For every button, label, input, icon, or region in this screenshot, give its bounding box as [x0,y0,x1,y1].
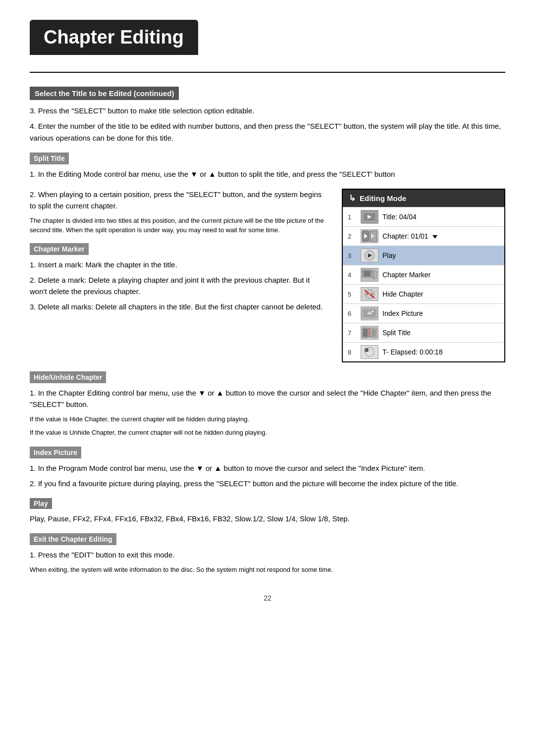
row-num-6: 6 [348,310,357,317]
split-title-icon [361,326,378,340]
editing-row-2: 2 Chapter: 01/01 [343,226,504,246]
two-col-layout: 2. When playing to a certain position, p… [30,189,505,362]
svg-rect-21 [363,329,368,337]
hide-chapter-icon [361,287,378,301]
editing-row-7: 7 Split Title [343,323,504,342]
row-num-7: 7 [348,329,357,337]
row-label-2: Chapter: 01/01 [382,232,437,240]
row-label-8: T- Elapsed: 0:00:18 [382,348,442,356]
svg-rect-10 [364,271,371,276]
chapter-marker-item1: 1. Insert a mark: Mark the chapter in th… [30,259,327,270]
index-picture-para1: 1. In the Program Mode control bar menu,… [30,462,505,474]
row-label-4: Chapter Marker [382,271,430,279]
index-picture-icon [361,306,378,320]
editing-mode-panel: ↳ Editing Mode 1 Title: 04/04 [342,189,505,362]
split-title-para2: 2. When playing to a certain position, p… [30,189,327,212]
play-para1: Play, Pause, FFx2, FFx4, FFx16, FBx32, F… [30,513,505,524]
split-title-para2-small: The chapter is divided into two titles a… [30,216,327,235]
chapter-marker-heading: Chapter Marker [30,243,89,255]
select-title-section: Select the Title to be Edited (continued… [30,87,505,144]
editing-row-3: 3 Play [343,246,504,265]
row-num-8: 8 [348,349,357,356]
split-title-heading: Split Title [30,152,69,164]
row-label-6: Index Picture [382,309,423,317]
play-heading: Play [30,498,52,509]
select-title-para2: 4. Enter the number of the title to be e… [30,120,505,144]
exit-heading: Exit the Chapter Editing [30,533,116,545]
hide-unhide-heading: Hide/Unhide Chapter [30,371,106,383]
play-section: Play Play, Pause, FFx2, FFx4, FFx16, FBx… [30,498,505,524]
row-label-5: Hide Chapter [382,290,424,298]
chapter-icon [361,229,378,243]
elapsed-icon: T [361,345,378,359]
svg-rect-11 [373,271,376,279]
index-picture-heading: Index Picture [30,447,81,458]
row-num-5: 5 [348,291,357,298]
editing-row-8: 8 T T- Elapsed: 0:00:18 [343,342,504,361]
row-num-1: 1 [348,213,357,221]
title-icon [361,210,378,224]
page-title: Chapter Editing [30,20,198,55]
triangle-down-icon [432,235,437,239]
editing-mode-header: ↳ Editing Mode [343,190,504,207]
row-num-3: 3 [348,252,357,259]
editing-row-1: 1 Title: 04/04 [343,207,504,226]
row-num-2: 2 [348,233,357,240]
editing-row-6: 6 Index Picture [343,303,504,323]
left-column: 2. When playing to a certain position, p… [30,189,327,322]
right-column: ↳ Editing Mode 1 Title: 04/04 [342,189,505,362]
editing-row-4: 4 Chapter Marker [343,265,504,284]
page-number: 22 [30,594,505,602]
hide-unhide-para1: 1. In the Chapter Editing control bar me… [30,387,505,410]
index-picture-para2: 2. If you find a favourite picture durin… [30,478,505,489]
arrow-right-icon: ↳ [349,193,356,203]
chapter-marker-icon [361,268,378,282]
split-title-para1: 1. In the Editing Mode control bar menu,… [30,168,505,180]
chapter-marker-item3: 3. Delete all marks: Delete all chapters… [30,301,327,312]
hide-unhide-small2: If the value is Unhide Chapter, the curr… [30,428,505,438]
editing-mode-title: Editing Mode [360,194,406,202]
index-picture-section: Index Picture 1. In the Program Mode con… [30,447,505,490]
svg-rect-23 [372,329,376,337]
exit-para1: 1. Press the "EDIT" button to exit this … [30,549,505,560]
chapter-marker-section: Chapter Marker 1. Insert a mark: Mark th… [30,243,327,313]
exit-section: Exit the Chapter Editing 1. Press the "E… [30,533,505,574]
play-icon [361,249,378,262]
row-label-7: Split Title [382,329,411,337]
page: Chapter Editing Select the Title to be E… [0,0,535,756]
row-label-1: Title: 04/04 [382,213,417,221]
row-label-3: Play [382,252,396,259]
exit-para2-small: When exiting, the system will write info… [30,565,505,575]
hide-unhide-small1: If the value is Hide Chapter, the curren… [30,414,505,424]
select-title-heading: Select the Title to be Edited (continued… [30,87,179,100]
hide-unhide-section: Hide/Unhide Chapter 1. In the Chapter Ed… [30,371,505,438]
select-title-para1: 3. Press the "SELECT" button to make tit… [30,105,505,116]
chapter-marker-item2: 2. Delete a mark: Delete a playing chapt… [30,274,327,298]
row-num-4: 4 [348,271,357,279]
svg-point-19 [372,310,374,312]
editing-row-5: 5 Hide Chapter [343,284,504,303]
split-title-section: Split Title 1. In the Editing Mode contr… [30,152,505,180]
